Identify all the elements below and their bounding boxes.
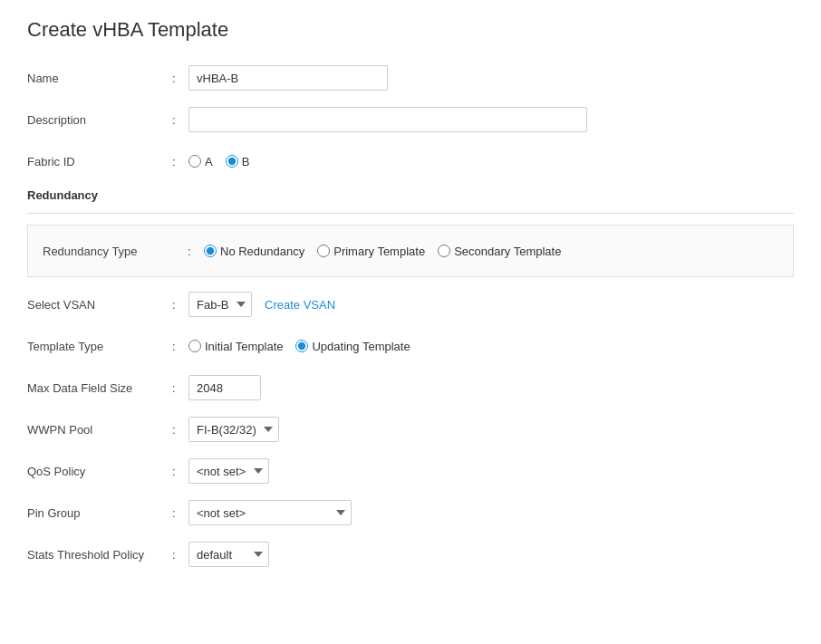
template-type-initial-option[interactable]: Initial Template bbox=[188, 340, 283, 353]
wwpn-pool-dropdown[interactable]: FI-B(32/32) <not set> bbox=[188, 417, 279, 442]
qos-policy-colon: : bbox=[172, 465, 188, 478]
fabric-id-radio-b[interactable] bbox=[226, 155, 238, 168]
fabric-id-label: Fabric ID bbox=[27, 155, 172, 168]
create-vsan-link[interactable]: Create VSAN bbox=[265, 298, 335, 312]
template-type-updating-option[interactable]: Updating Template bbox=[295, 340, 410, 353]
redundancy-secondary-radio[interactable] bbox=[438, 245, 450, 257]
description-input[interactable] bbox=[188, 107, 587, 132]
redundancy-secondary-option[interactable]: Secondary Template bbox=[438, 245, 561, 258]
redundancy-type-colon: : bbox=[188, 245, 204, 258]
redundancy-secondary-label: Secondary Template bbox=[454, 245, 561, 258]
redundancy-type-radio-group: No Redundancy Primary Template Secondary… bbox=[204, 245, 561, 258]
fabric-id-radio-a[interactable] bbox=[188, 155, 201, 168]
description-colon: : bbox=[172, 113, 188, 127]
pin-group-colon: : bbox=[172, 506, 188, 520]
max-data-input[interactable] bbox=[188, 375, 261, 400]
qos-policy-dropdown[interactable]: <not set> bbox=[188, 458, 269, 484]
redundancy-no-redundancy-radio[interactable] bbox=[204, 245, 217, 257]
fabric-id-option-a[interactable]: A bbox=[188, 155, 213, 168]
fabric-id-label-a: A bbox=[205, 155, 213, 168]
redundancy-primary-label: Primary Template bbox=[333, 245, 425, 258]
name-colon: : bbox=[172, 72, 188, 85]
redundancy-type-label: Redundancy Type bbox=[43, 245, 188, 258]
template-type-updating-label: Updating Template bbox=[312, 340, 410, 353]
select-vsan-colon: : bbox=[172, 298, 188, 312]
template-type-radio-group: Initial Template Updating Template bbox=[188, 340, 410, 353]
pin-group-dropdown[interactable]: <not set> bbox=[188, 500, 352, 525]
name-input[interactable] bbox=[188, 65, 388, 91]
qos-policy-label: QoS Policy bbox=[27, 465, 172, 478]
redundancy-divider bbox=[27, 213, 794, 214]
fabric-id-radio-group: A B bbox=[188, 155, 249, 168]
redundancy-section-header: Redundancy bbox=[27, 188, 794, 202]
fabric-id-colon: : bbox=[172, 155, 188, 168]
pin-group-label: Pin Group bbox=[27, 506, 172, 520]
stats-threshold-dropdown[interactable]: default <not set> bbox=[188, 542, 269, 567]
page-title: Create vHBA Template bbox=[27, 18, 794, 42]
wwpn-pool-label: WWPN Pool bbox=[27, 423, 172, 437]
fabric-id-option-b[interactable]: B bbox=[226, 155, 250, 168]
redundancy-no-redundancy-label: No Redundancy bbox=[220, 245, 304, 258]
redundancy-primary-radio[interactable] bbox=[317, 245, 330, 257]
template-type-colon: : bbox=[172, 340, 188, 353]
max-data-colon: : bbox=[172, 381, 188, 395]
select-vsan-dropdown[interactable]: Fab-B Fab-A bbox=[188, 292, 252, 317]
template-type-initial-radio[interactable] bbox=[188, 340, 201, 352]
template-type-updating-radio[interactable] bbox=[295, 340, 308, 352]
stats-threshold-label: Stats Threshold Policy bbox=[27, 548, 172, 562]
stats-threshold-colon: : bbox=[172, 548, 188, 562]
max-data-label: Max Data Field Size bbox=[27, 381, 172, 395]
fabric-id-label-b: B bbox=[242, 155, 250, 168]
template-type-initial-label: Initial Template bbox=[205, 340, 283, 353]
select-vsan-label: Select VSAN bbox=[27, 298, 172, 312]
redundancy-primary-option[interactable]: Primary Template bbox=[317, 245, 425, 258]
redundancy-no-redundancy-option[interactable]: No Redundancy bbox=[204, 245, 304, 258]
description-label: Description bbox=[27, 113, 172, 127]
wwpn-pool-colon: : bbox=[172, 423, 188, 437]
template-type-label: Template Type bbox=[27, 340, 172, 353]
name-label: Name bbox=[27, 72, 172, 85]
